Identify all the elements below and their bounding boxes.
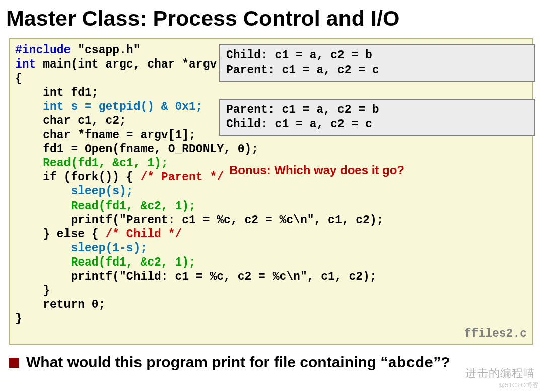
code-line: sleep(s); xyxy=(15,185,133,198)
code-line: Read(fd1, &c1, 1); xyxy=(15,157,168,170)
question-row: What would this program print for file c… xyxy=(9,354,450,372)
watermark-text: 进击的编程喵 xyxy=(465,366,535,381)
output-line: Parent: c1 = a, c2 = c xyxy=(226,63,379,77)
watermark-text-2: @51CTO博客 xyxy=(498,381,539,390)
code-token: if (fork()) { xyxy=(15,171,140,184)
code-token: #include xyxy=(15,44,71,57)
code-token: int xyxy=(15,58,36,71)
code-token: } else { xyxy=(15,228,105,241)
code-comment: /* Child */ xyxy=(105,228,182,241)
filename-label: ffiles2.c xyxy=(464,326,527,341)
slide-title: Master Class: Process Control and I/O xyxy=(0,0,544,31)
output-line: Child: c1 = a, c2 = b xyxy=(226,49,372,62)
code-line: return 0; xyxy=(15,298,105,311)
output-line: Parent: c1 = a, c2 = b xyxy=(226,103,379,116)
code-line: sleep(1-s); xyxy=(15,242,147,255)
code-line: Read(fd1, &c2, 1); xyxy=(15,256,196,269)
code-listing: #include "csapp.h" int main(int argc, ch… xyxy=(9,38,533,345)
code-token: main(int argc, char *argv[]) xyxy=(36,58,237,71)
code-line: char c1, c2; xyxy=(15,114,126,127)
output-box-2: Parent: c1 = a, c2 = b Child: c1 = a, c2… xyxy=(219,99,535,136)
output-line: Child: c1 = a, c2 = c xyxy=(226,118,372,131)
code-line: printf("Parent: c1 = %c, c2 = %c\n", c1,… xyxy=(15,214,384,227)
bullet-icon xyxy=(9,358,19,368)
bonus-question: Bonus: Which way does it go? xyxy=(229,163,404,177)
question-mono: abcde xyxy=(388,355,433,372)
code-line: int fd1; xyxy=(15,86,99,99)
code-line: Read(fd1, &c2, 1); xyxy=(15,200,196,213)
code-line: printf("Child: c1 = %c, c2 = %c\n", c1, … xyxy=(15,270,377,283)
output-box-1: Child: c1 = a, c2 = b Parent: c1 = a, c2… xyxy=(219,44,535,82)
code-token: "csapp.h" xyxy=(71,44,140,57)
question-post: ”? xyxy=(433,354,450,370)
question-pre: What would this program print for file c… xyxy=(26,354,388,370)
code-line: } xyxy=(15,284,50,297)
code-line: { xyxy=(15,72,22,85)
code-line: } xyxy=(15,312,22,325)
code-line: char *fname = argv[1]; xyxy=(15,128,196,142)
code-line: int s = getpid() & 0x1; xyxy=(15,100,203,113)
code-comment: /* Parent */ xyxy=(140,171,224,184)
question-text: What would this program print for file c… xyxy=(26,354,450,372)
code-line: fd1 = Open(fname, O_RDONLY, 0); xyxy=(15,143,258,156)
